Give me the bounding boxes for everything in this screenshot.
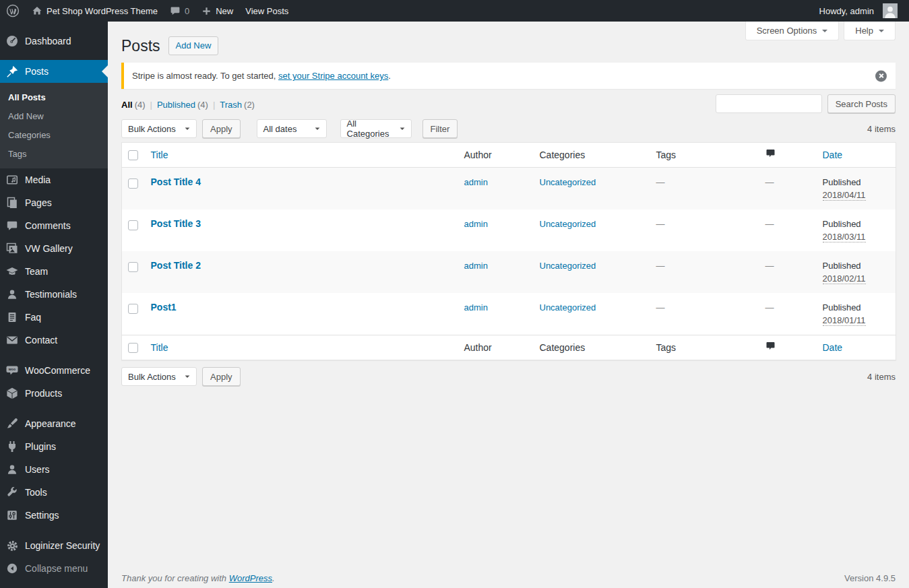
column-header-title[interactable]: Title (144, 335, 458, 360)
submenu-item-tags[interactable]: Tags (0, 144, 108, 163)
account-menu[interactable]: Howdy, admin (813, 0, 904, 22)
footer-thanks-text: Thank you for creating with (121, 573, 229, 583)
category-link[interactable]: Uncategorized (540, 177, 596, 187)
woocommerce-icon: woo (5, 364, 19, 377)
category-link[interactable]: Uncategorized (540, 261, 596, 271)
view-divider: | (150, 100, 152, 110)
sidebar-item-testimonials[interactable]: Testimonials (0, 283, 108, 306)
categories-filter-select[interactable]: All Categories (340, 119, 412, 138)
dismiss-notice-icon[interactable] (875, 70, 887, 81)
sidebar-item-label: Products (25, 388, 62, 399)
sidebar-item-label: Loginizer Security (25, 540, 100, 551)
collapse-menu-button[interactable]: Collapse menu (0, 557, 108, 580)
bulk-actions-value: Bulk Actions (128, 372, 176, 382)
sidebar-item-loginizer-security[interactable]: Loginizer Security (0, 534, 108, 557)
screen-options-label: Screen Options (757, 26, 817, 36)
sidebar-item-users[interactable]: Users (0, 458, 108, 481)
footer-suffix: . (272, 573, 275, 583)
author-link[interactable]: admin (464, 302, 488, 313)
sidebar-item-tools[interactable]: Tools (0, 481, 108, 504)
filter-button[interactable]: Filter (422, 119, 458, 138)
tablenav-bottom: Bulk Actions Apply 4 items (121, 367, 896, 386)
sidebar-item-vw-gallery[interactable]: VW Gallery (0, 237, 108, 260)
post-title-link[interactable]: Post Title 2 (151, 260, 201, 271)
page-title: Posts (121, 36, 160, 56)
submenu-item-all-posts[interactable]: All Posts (0, 88, 108, 106)
post-date: 2018/04/11 (823, 190, 866, 201)
sidebar-item-faq[interactable]: Faq (0, 306, 108, 329)
dashboard-icon (5, 34, 19, 48)
sidebar-item-woocommerce[interactable]: woo WooCommerce (0, 359, 108, 382)
sidebar-item-label: Users (25, 464, 50, 475)
admin-bar-left: Pet Shop WordPress Theme 0 New View Post… (0, 0, 294, 22)
sidebar-item-settings[interactable]: Settings (0, 504, 108, 527)
apply-button[interactable]: Apply (202, 119, 241, 138)
submenu-item-categories[interactable]: Categories (0, 125, 108, 144)
wordpress-menu-item[interactable] (0, 0, 26, 22)
wordpress-link[interactable]: WordPress (229, 573, 272, 583)
sidebar-item-pages[interactable]: Pages (0, 191, 108, 214)
footer-thanks: Thank you for creating with WordPress. (121, 573, 275, 583)
column-header-date[interactable]: Date (816, 143, 896, 168)
author-link[interactable]: admin (464, 177, 488, 187)
author-link[interactable]: admin (464, 219, 488, 229)
apply-button[interactable]: Apply (202, 367, 241, 386)
category-link[interactable]: Uncategorized (540, 302, 596, 313)
adminbar-comments[interactable]: 0 (164, 0, 195, 22)
sidebar-item-dashboard[interactable]: Dashboard (0, 30, 108, 53)
sliders-icon (5, 509, 19, 522)
posts-table-footer: Title Author Categories Tags Date (122, 335, 896, 360)
select-all-checkbox[interactable] (128, 150, 138, 160)
sidebar-item-appearance[interactable]: Appearance (0, 412, 108, 435)
column-header-title[interactable]: Title (144, 143, 458, 168)
row-checkbox[interactable] (128, 220, 138, 230)
view-published-link[interactable]: Published(4) (157, 100, 208, 110)
new-menu-item[interactable]: New (195, 0, 239, 22)
stripe-account-keys-link[interactable]: set your Stripe account keys (278, 71, 388, 81)
sidebar-item-media[interactable]: Media (0, 168, 108, 191)
post-date: 2018/01/11 (823, 315, 866, 326)
add-new-button[interactable]: Add New (168, 36, 219, 55)
post-status: Published (823, 218, 889, 230)
admin-sidebar: Dashboard Posts All Posts Add New Catego… (0, 22, 108, 588)
row-checkbox[interactable] (128, 262, 138, 272)
dates-filter-select[interactable]: All dates (257, 119, 327, 138)
avatar (883, 3, 898, 18)
view-posts-menu-item[interactable]: View Posts (239, 0, 294, 22)
comment-bubble-icon (765, 341, 776, 354)
post-status: Published (823, 176, 889, 189)
post-title-link[interactable]: Post Title 3 (151, 218, 201, 229)
sidebar-item-plugins[interactable]: Plugins (0, 435, 108, 458)
sidebar-item-comments[interactable]: Comments (0, 214, 108, 237)
menu-separator (0, 53, 108, 60)
help-button[interactable]: Help (844, 22, 896, 40)
select-arrow-icon (315, 128, 319, 133)
sidebar-item-team[interactable]: Team (0, 260, 108, 283)
sidebar-item-label: Media (25, 174, 51, 185)
author-link[interactable]: admin (464, 261, 488, 271)
sidebar-item-contact[interactable]: Contact (0, 329, 108, 352)
post-title-link[interactable]: Post Title 4 (151, 176, 201, 187)
post-title-link[interactable]: Post1 (151, 302, 177, 313)
bulk-actions-select[interactable]: Bulk Actions (121, 367, 197, 386)
site-name-menu-item[interactable]: Pet Shop WordPress Theme (26, 0, 164, 22)
comment-bubble-icon (765, 148, 776, 162)
sidebar-item-posts[interactable]: Posts (0, 60, 108, 83)
submenu-item-add-new[interactable]: Add New (0, 106, 108, 125)
sidebar-item-label: WooCommerce (25, 365, 90, 376)
row-checkbox[interactable] (128, 178, 138, 189)
column-header-tags: Tags (650, 335, 759, 360)
search-posts-button[interactable]: Search Posts (827, 94, 896, 113)
screen-options-button[interactable]: Screen Options (745, 22, 840, 40)
new-label: New (216, 6, 233, 16)
select-all-checkbox[interactable] (128, 343, 138, 353)
search-input[interactable] (716, 94, 822, 113)
row-checkbox[interactable] (128, 304, 138, 314)
column-header-date[interactable]: Date (816, 335, 896, 360)
sidebar-item-products[interactable]: Products (0, 382, 108, 405)
view-trash-link[interactable]: Trash(2) (220, 100, 255, 110)
view-all-link[interactable]: All(4) (121, 100, 146, 110)
category-link[interactable]: Uncategorized (540, 219, 596, 229)
bulk-actions-select[interactable]: Bulk Actions (121, 119, 197, 138)
sidebar-item-label: Dashboard (25, 36, 71, 46)
